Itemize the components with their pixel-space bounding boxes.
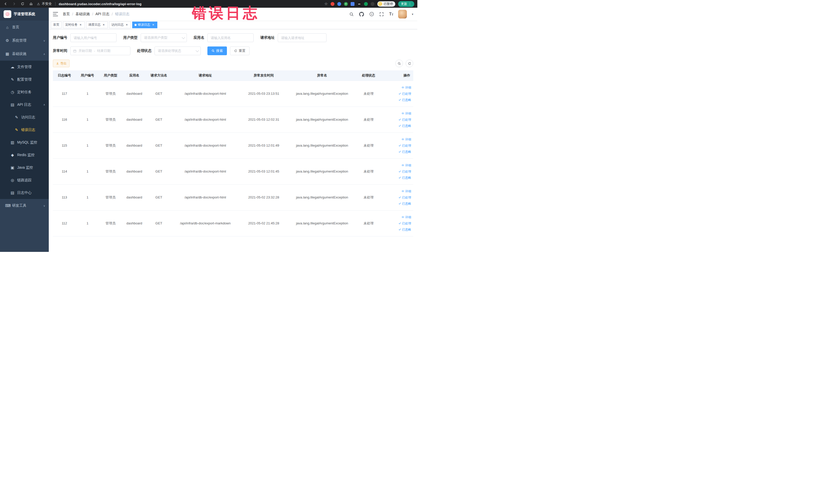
caret-down-icon[interactable]: ▾ — [412, 13, 413, 16]
mark-ignored-link[interactable]: 已忽略 — [399, 149, 411, 154]
detail-link[interactable]: 详细 — [402, 189, 411, 194]
user-type-select[interactable]: 请选择用户类型 — [141, 33, 187, 42]
mark-ignored-link[interactable]: 已忽略 — [399, 175, 411, 180]
cell-status: 未处理 — [356, 81, 381, 106]
cell-exception-time: 2021-05-02 23:32:28 — [240, 184, 288, 210]
sidebar-item-tracing[interactable]: ◎ 链路追踪 — [0, 174, 49, 186]
sidebar-item-label: 系统管理 — [12, 38, 26, 43]
font-size-icon[interactable]: TT — [389, 12, 393, 16]
back-button[interactable] — [3, 1, 8, 6]
sidebar-item-config-mgmt[interactable]: ✎ 配置管理 — [0, 73, 49, 86]
search-icon[interactable] — [349, 12, 354, 17]
extension-icon[interactable] — [337, 2, 341, 6]
tag-cron-job[interactable]: 定时任务 ✕ — [63, 22, 85, 28]
mark-ignored-link[interactable]: 已忽略 — [399, 123, 411, 128]
reload-button[interactable] — [20, 1, 25, 6]
column-header: 异常名 — [288, 70, 356, 81]
bookmark-star-icon[interactable]: ☆ — [324, 2, 328, 6]
sidebar-item-mysql-monitor[interactable]: ▥ MySQL 监控 — [0, 136, 49, 149]
sidebar-item-access-log[interactable]: ✎ 访问日志 — [0, 111, 49, 123]
help-icon[interactable]: ? — [369, 12, 374, 17]
sidebar-item-redis-monitor[interactable]: ◆ Redis 监控 — [0, 149, 49, 161]
breadcrumb-item[interactable]: API 日志 — [96, 12, 109, 16]
check-icon — [399, 144, 401, 147]
browser-update-button[interactable]: 更新 ⋮ — [398, 1, 414, 7]
sidebar-item-cron-job[interactable]: ◷ 定时任务 — [0, 86, 49, 98]
close-icon[interactable]: ✕ — [151, 23, 155, 27]
breadcrumb-item[interactable]: 基础设施 — [76, 12, 90, 16]
mark-processed-link[interactable]: 已处理 — [399, 169, 411, 174]
detail-link[interactable]: 详细 — [402, 85, 411, 90]
chevron-up-icon: ∧ — [43, 103, 45, 106]
detail-link[interactable]: 详细 — [402, 215, 411, 220]
detail-link[interactable]: 详细 — [402, 111, 411, 116]
reset-button[interactable]: 重置 — [230, 46, 249, 55]
fullscreen-icon[interactable] — [379, 12, 384, 17]
app-name-input[interactable] — [211, 36, 250, 40]
extension-icon[interactable]: on — [357, 2, 361, 6]
hamburger-icon[interactable] — [53, 12, 58, 16]
search-button[interactable]: 搜索 — [207, 46, 227, 55]
extension-icon[interactable] — [371, 2, 374, 6]
mark-ignored-link[interactable]: 已忽略 — [399, 97, 411, 102]
detail-link[interactable]: 详细 — [402, 137, 411, 142]
tag-error-log[interactable]: 错误日志 ✕ — [132, 22, 157, 28]
github-icon[interactable] — [359, 12, 364, 17]
profile-paused-badge[interactable]: 已暂停 — [377, 1, 395, 7]
toggle-search-button[interactable] — [395, 60, 403, 67]
sidebar-item-java-monitor[interactable]: ▣ Java 监控 — [0, 161, 49, 174]
logo[interactable]: 芋道管理系统 — [0, 8, 49, 21]
sidebar-item-dev-tools[interactable]: ⌨ 研发工具 ∨ — [0, 199, 49, 212]
mark-processed-link[interactable]: 已处理 — [399, 91, 411, 96]
document-icon: ▤ — [10, 190, 15, 195]
date-range-picker[interactable]: 开始日期 - 结束日期 — [70, 46, 130, 55]
pencil-icon: ✎ — [10, 77, 15, 82]
export-button[interactable]: 导出 — [53, 60, 69, 67]
close-icon[interactable]: ✕ — [125, 23, 128, 27]
close-icon[interactable]: ✕ — [102, 23, 105, 27]
mark-ignored-link[interactable]: 已忽略 — [399, 227, 411, 232]
mark-processed-link[interactable]: 已处理 — [399, 195, 411, 200]
site-security[interactable]: ⚠ 不安全 — [37, 2, 52, 6]
cell-request-url: /api/infra/db-doc/export-html — [171, 106, 240, 133]
home-button[interactable] — [28, 1, 34, 6]
extension-icon[interactable]: Y — [344, 2, 348, 6]
sidebar-item-system-mgmt[interactable]: ⚙ 系统管理 ∨ — [0, 34, 49, 47]
address-bar-url[interactable]: dashboard.yudao.iocoder.cn/infra/log/api… — [59, 2, 142, 6]
eye-icon — [402, 190, 404, 193]
cell-log-id: 117 — [53, 81, 76, 106]
refresh-table-button[interactable] — [406, 60, 413, 67]
user-id-input[interactable] — [74, 36, 113, 40]
cell-user-type: 管理员 — [99, 210, 122, 236]
logo-image — [4, 10, 11, 18]
process-status-select[interactable]: 请选择处理状态 — [155, 46, 201, 55]
tag-home[interactable]: 首页 — [51, 22, 62, 28]
sidebar-item-home[interactable]: ⌂ 首页 — [0, 21, 49, 34]
sidebar-item-label: 研发工具 — [12, 203, 26, 208]
mark-ignored-link[interactable]: 已忽略 — [399, 201, 411, 206]
right-toolbar — [395, 60, 413, 67]
column-header: 处理状态 — [356, 70, 381, 81]
detail-link[interactable]: 详细 — [402, 163, 411, 168]
extension-icon[interactable] — [351, 2, 354, 6]
mark-processed-link[interactable]: 已处理 — [399, 143, 411, 148]
avatar[interactable] — [398, 10, 407, 19]
sidebar-item-label: 配置管理 — [17, 77, 32, 82]
sidebar-item-error-log[interactable]: ✎ 错误日志 — [0, 123, 49, 136]
breadcrumb-item[interactable]: 首页 — [63, 12, 70, 16]
sidebar-item-log-center[interactable]: ▤ 日志中心 — [0, 186, 49, 199]
request-url-input[interactable] — [281, 36, 323, 40]
sidebar-item-infrastructure[interactable]: ▦ 基础设施 ∧ — [0, 47, 49, 61]
grid-icon: ▦ — [5, 52, 9, 56]
sidebar-item-api-log[interactable]: ▤ API 日志 ∧ — [0, 98, 49, 111]
close-icon[interactable]: ✕ — [79, 23, 82, 27]
mark-processed-link[interactable]: 已处理 — [399, 117, 411, 122]
mark-processed-link[interactable]: 已处理 — [399, 221, 411, 226]
extension-icon[interactable] — [364, 2, 368, 6]
forward-button[interactable] — [12, 1, 17, 6]
sidebar-item-file-mgmt[interactable]: ☁ 文件管理 — [0, 61, 49, 73]
extension-icon[interactable] — [331, 2, 334, 6]
column-header: 请求方法名 — [147, 70, 171, 81]
tag-access-log[interactable]: 访问日志 ✕ — [109, 22, 131, 28]
tag-schedule-log[interactable]: 调度日志 ✕ — [86, 22, 108, 28]
